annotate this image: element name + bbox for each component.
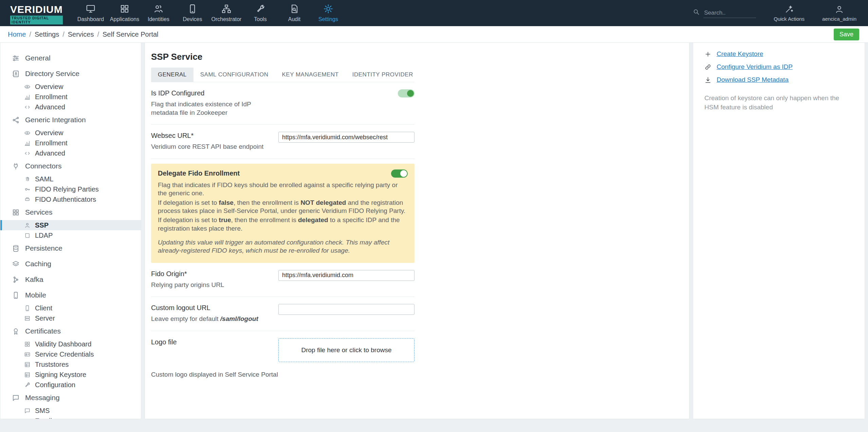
nav-tools[interactable]: Tools xyxy=(243,0,277,26)
sidebar-section-messaging[interactable]: Messaging xyxy=(0,390,141,406)
brand-logo[interactable]: VERIDIUM TRUSTED DIGITAL IDENTITY xyxy=(0,0,63,26)
sidebar-item-label: Advanced xyxy=(35,103,65,111)
fido-origin-input[interactable] xyxy=(278,270,414,281)
breadcrumb-item-services[interactable]: Services xyxy=(68,31,94,38)
sidebar-item-label: Advanced xyxy=(35,149,65,157)
sidebar-item-fido-relying-parties[interactable]: FIDO Relying Parties xyxy=(0,184,141,194)
nav-audit[interactable]: Audit xyxy=(277,0,311,26)
configure-veridium-as-idp-link[interactable]: Configure Veridium as IDP xyxy=(704,63,854,71)
nav-orchestrator[interactable]: Orchestrator xyxy=(209,0,243,26)
sidebar-item-ldap[interactable]: LDAP xyxy=(0,230,141,240)
text-run: Veridium core REST API base endpoint xyxy=(151,143,263,150)
sidebar-item-advanced[interactable]: Advanced xyxy=(0,148,141,158)
custom-logout-url-input[interactable] xyxy=(278,304,414,315)
mobile-icon xyxy=(12,291,20,299)
nav-label: Dashboard xyxy=(77,16,104,22)
chart-icon xyxy=(24,140,31,146)
sidebar-item-overview[interactable]: Overview xyxy=(0,82,141,92)
text-run: If delegation is set to xyxy=(158,199,219,206)
sidebar-item-advanced[interactable]: Advanced xyxy=(0,102,141,112)
sidebar-item-client[interactable]: Client xyxy=(0,303,141,313)
is-idp-configured-toggle[interactable] xyxy=(398,89,414,97)
sidebar-item-truststores[interactable]: Truststores xyxy=(0,359,141,370)
search-input[interactable] xyxy=(703,8,756,18)
topbar-search xyxy=(692,8,756,18)
field-left: Is IDP ConfiguredFlag that indicates exi… xyxy=(151,89,270,117)
sidebar-section-services[interactable]: Services xyxy=(0,204,141,220)
action-link-label: Create Keystore xyxy=(717,50,763,58)
websec-url-input[interactable] xyxy=(278,132,414,143)
sidebar-section-connectors[interactable]: Connectors xyxy=(0,158,141,174)
search-icon-wrap xyxy=(692,8,700,18)
sidebar-item-sms[interactable]: SMS xyxy=(0,406,141,416)
topbar-right: Quick Actions aencica_admin xyxy=(692,0,868,26)
sidebar-section-label: Directory Service xyxy=(25,70,79,78)
sidebar-item-ssp[interactable]: SSP xyxy=(0,220,141,230)
chart-icon xyxy=(24,94,31,100)
save-button[interactable]: Save xyxy=(834,29,859,40)
download-icon xyxy=(704,76,712,84)
nav-settings[interactable]: Settings xyxy=(311,0,345,26)
at-icon xyxy=(24,418,31,419)
eye-icon xyxy=(24,130,31,136)
sidebar-section-directory-service[interactable]: Directory Service xyxy=(0,66,141,82)
kafka-icon xyxy=(12,276,20,284)
tab-saml-configuration[interactable]: SAML CONFIGURATION xyxy=(193,68,275,82)
nav-dashboard[interactable]: Dashboard xyxy=(74,0,108,26)
sidebar-item-signing-keystore[interactable]: Signing Keystore xyxy=(0,370,141,380)
field-left: Fido Origin*Relying party origins URL xyxy=(151,270,270,289)
sidebar-section-label: Generic Integration xyxy=(25,116,86,124)
sidebar-item-validity-dashboard[interactable]: Validity Dashboard xyxy=(0,339,141,349)
wand-icon xyxy=(784,5,794,14)
nav-label: Identities xyxy=(148,16,169,22)
sidebar-item-server[interactable]: Server xyxy=(0,313,141,323)
tab-bar: GENERALSAML CONFIGURATIONKEY MANAGEMENTI… xyxy=(151,68,689,82)
sidebar-section-mobile[interactable]: Mobile xyxy=(0,287,141,303)
sidebar-item-label: SSP xyxy=(35,221,49,229)
sidebar-item-fido-authenticators[interactable]: FIDO Authenticators xyxy=(0,194,141,204)
grid-icon xyxy=(119,4,130,14)
text-run: If delegation is set to xyxy=(158,216,219,223)
text-run: , then the enrollment is xyxy=(231,216,298,223)
breadcrumb-item-settings[interactable]: Settings xyxy=(35,31,59,38)
sidebar-item-email[interactable]: Email xyxy=(0,416,141,419)
sidebar-item-enrollment[interactable]: Enrollment xyxy=(0,138,141,148)
database-icon xyxy=(12,245,20,252)
sidebar-section-certificates[interactable]: Certificates xyxy=(0,323,141,339)
quick-actions-label: Quick Actions xyxy=(774,16,805,22)
quick-actions-button[interactable]: Quick Actions xyxy=(774,5,805,22)
tab-general[interactable]: GENERAL xyxy=(151,68,193,82)
download-ssp-metadata-link[interactable]: Download SSP Metadata xyxy=(704,76,854,84)
sidebar-item-label: SAML xyxy=(35,175,53,183)
breadcrumb-item-self-service-portal[interactable]: Self Service Portal xyxy=(103,31,159,38)
code-icon xyxy=(24,150,31,157)
nav-label: Applications xyxy=(110,16,139,22)
sidebar-item-overview[interactable]: Overview xyxy=(0,128,141,138)
nav-label: Audit xyxy=(288,16,300,22)
sidebar-section-persistence[interactable]: Persistence xyxy=(0,240,141,256)
tab-identity-provider[interactable]: IDENTITY PROVIDER xyxy=(346,68,420,82)
gear-icon xyxy=(323,4,333,14)
sidebar-item-label: Validity Dashboard xyxy=(35,340,91,348)
table-icon xyxy=(24,372,31,378)
logo-dropzone[interactable]: Drop file here or click to browse xyxy=(278,338,414,362)
nav-identities[interactable]: Identities xyxy=(142,0,176,26)
sidebar-item-service-credentials[interactable]: Service Credentials xyxy=(0,349,141,359)
sidebar-section-general[interactable]: General xyxy=(0,50,141,66)
wand-icon-wrap xyxy=(784,5,794,14)
sidebar-section-kafka[interactable]: Kafka xyxy=(0,272,141,287)
sidebar-item-configuration[interactable]: Configuration xyxy=(0,380,141,390)
tab-key-management[interactable]: KEY MANAGEMENT xyxy=(275,68,345,82)
sidebar-item-saml[interactable]: SAML xyxy=(0,174,141,184)
field-left: Custom logout URLLeave empty for default… xyxy=(151,304,270,323)
breadcrumb-item-home[interactable]: Home xyxy=(8,31,26,38)
sidebar-section-generic-integration[interactable]: Generic Integration xyxy=(0,112,141,128)
delegate-fido-enrollment-toggle[interactable] xyxy=(391,169,408,178)
nav-devices[interactable]: Devices xyxy=(176,0,209,26)
sidebar-section-caching[interactable]: Caching xyxy=(0,256,141,272)
create-keystore-link[interactable]: Create Keystore xyxy=(704,50,854,58)
page-title: SSP Service xyxy=(151,52,689,62)
nav-applications[interactable]: Applications xyxy=(108,0,142,26)
sidebar-item-enrollment[interactable]: Enrollment xyxy=(0,92,141,102)
user-menu[interactable]: aencica_admin xyxy=(822,5,856,22)
